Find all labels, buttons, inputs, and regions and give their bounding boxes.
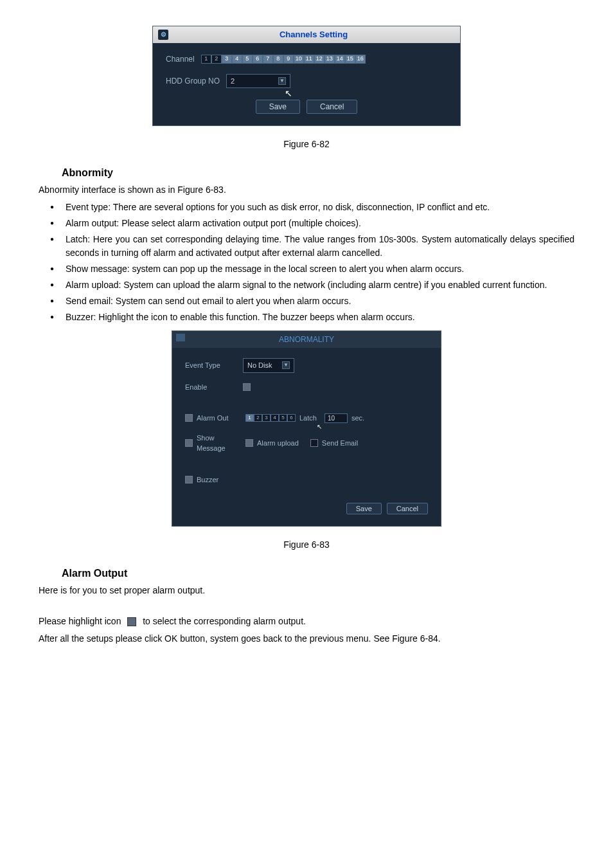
cancel-button[interactable]: Cancel — [306, 100, 357, 114]
show-message-checkbox[interactable] — [185, 439, 193, 447]
channel-row: Channel 12345678910111213141516 — [166, 53, 447, 65]
gear-icon: ⚙ — [158, 30, 168, 40]
dialog-buttons: Save Cancel — [185, 503, 428, 514]
paragraph: Here is for you to set proper alarm outp… — [39, 584, 574, 597]
enable-row: Enable — [185, 382, 428, 393]
save-button[interactable]: Save — [346, 503, 382, 514]
hdd-group-label: HDD Group NO — [166, 75, 220, 87]
text-fragment: Please highlight icon — [39, 616, 121, 626]
alarm-upload-checkbox[interactable] — [245, 439, 253, 447]
hdd-group-row: HDD Group NO 2 ▼ — [166, 74, 447, 89]
send-email-label: Send Email — [322, 438, 358, 449]
send-email-checkbox[interactable] — [310, 439, 318, 447]
sec-label: sec. — [351, 413, 364, 424]
enable-checkbox[interactable] — [243, 383, 251, 391]
alarm-out-5[interactable]: 5 — [279, 414, 287, 422]
dialog-titlebar: ABNORMALITY — [172, 331, 441, 348]
bullet-item: Show message: system can pop up the mess… — [39, 262, 574, 276]
paragraph: After all the setups please click OK but… — [39, 632, 574, 646]
show-message-label: Show Message — [197, 433, 242, 454]
channel-15[interactable]: 15 — [345, 55, 355, 64]
cursor-icon: ↖ — [317, 422, 322, 431]
section-heading-alarm-output: Alarm Output — [62, 566, 574, 581]
channel-4[interactable]: 4 — [232, 55, 242, 64]
bullet-item: Event type: There are several options fo… — [39, 201, 574, 214]
bullet-item: Alarm upload: System can upload the alar… — [39, 278, 574, 292]
alarm-out-4[interactable]: 4 — [271, 414, 279, 422]
figure-caption: Figure 6-83 — [39, 538, 574, 552]
section-heading-abnormity: Abnormity — [62, 165, 574, 181]
channel-5[interactable]: 5 — [242, 55, 253, 64]
channel-2[interactable]: 2 — [211, 55, 222, 64]
cancel-button[interactable]: Cancel — [387, 503, 428, 514]
cursor-icon: ↖ — [285, 87, 292, 100]
channel-12[interactable]: 12 — [314, 55, 324, 64]
abnormality-dialog: ABNORMALITY Event Type No Disk ▼ Enable … — [172, 330, 441, 527]
bullet-list: Event type: There are several options fo… — [39, 201, 574, 324]
channel-16[interactable]: 16 — [355, 55, 366, 64]
alarm-out-3[interactable]: 3 — [262, 414, 271, 422]
buzzer-checkbox[interactable] — [185, 476, 193, 484]
text-fragment: to select the corresponding alarm output… — [143, 616, 306, 626]
channel-8[interactable]: 8 — [273, 55, 283, 64]
enable-label: Enable — [185, 382, 236, 393]
dialog-body: Channel 12345678910111213141516 HDD Grou… — [153, 43, 460, 126]
channel-3[interactable]: 3 — [222, 55, 232, 64]
channel-7[interactable]: 7 — [263, 55, 273, 64]
bullet-item: Buzzer: Highlight the icon to enable thi… — [39, 311, 574, 324]
dialog-title: ABNORMALITY — [279, 335, 334, 344]
alarm-out-1[interactable]: 1 — [245, 414, 254, 422]
dialog-title: Channels Setting — [172, 28, 455, 41]
alarm-out-2[interactable]: 2 — [254, 414, 262, 422]
event-type-label: Event Type — [185, 360, 236, 371]
bullet-item: Send email: System can send out email to… — [39, 294, 574, 308]
alarm-out-checkbox[interactable] — [185, 414, 193, 422]
alarm-out-label: Alarm Out — [197, 413, 242, 424]
chevron-down-icon: ▼ — [278, 77, 286, 85]
hdd-group-value: 2 — [231, 76, 235, 87]
channels-setting-dialog: ⚙ Channels Setting Channel 1234567891011… — [152, 26, 461, 126]
highlight-box-icon — [127, 617, 136, 626]
bullet-item: Alarm output: Please select alarm activa… — [39, 217, 574, 230]
channel-9[interactable]: 9 — [283, 55, 294, 64]
save-button[interactable]: Save — [256, 100, 300, 114]
bullet-item: Latch: Here you can set corresponding de… — [39, 233, 574, 260]
hdd-group-select[interactable]: 2 ▼ — [226, 74, 290, 89]
dialog-titlebar: ⚙ Channels Setting — [153, 26, 460, 43]
channel-6[interactable]: 6 — [253, 55, 263, 64]
paragraph: Abnormity interface is shown as in Figur… — [39, 183, 574, 197]
latch-label: Latch — [299, 413, 317, 424]
paragraph: Please highlight icon to select the corr… — [39, 615, 574, 628]
buzzer-row: Buzzer — [185, 475, 428, 485]
event-type-select[interactable]: No Disk ▼ — [243, 358, 294, 373]
dialog-buttons: ↖ Save Cancel — [166, 100, 447, 114]
menu-icon — [176, 334, 185, 341]
chevron-down-icon: ▼ — [282, 361, 290, 369]
event-type-row: Event Type No Disk ▼ — [185, 358, 428, 373]
latch-input[interactable] — [324, 413, 348, 423]
channel-label: Channel — [166, 53, 195, 65]
alarm-upload-label: Alarm upload — [257, 438, 299, 449]
figure-caption: Figure 6-82 — [39, 138, 574, 151]
buzzer-label: Buzzer — [197, 475, 218, 485]
alarm-out-selector[interactable]: 123456 — [245, 414, 296, 422]
channel-14[interactable]: 14 — [335, 55, 345, 64]
channel-10[interactable]: 10 — [294, 55, 304, 64]
dialog-body: Event Type No Disk ▼ Enable Alarm Out 12… — [172, 348, 441, 526]
event-type-value: No Disk — [247, 360, 272, 371]
channel-selector[interactable]: 12345678910111213141516 — [201, 55, 366, 64]
channel-11[interactable]: 11 — [304, 55, 314, 64]
alarm-out-6[interactable]: 6 — [287, 414, 296, 422]
channel-13[interactable]: 13 — [324, 55, 335, 64]
alarm-out-row: Alarm Out 123456 Latch ↖ sec. — [185, 413, 428, 424]
channel-1[interactable]: 1 — [201, 55, 211, 64]
message-row: Show Message Alarm upload Send Email — [185, 433, 428, 454]
